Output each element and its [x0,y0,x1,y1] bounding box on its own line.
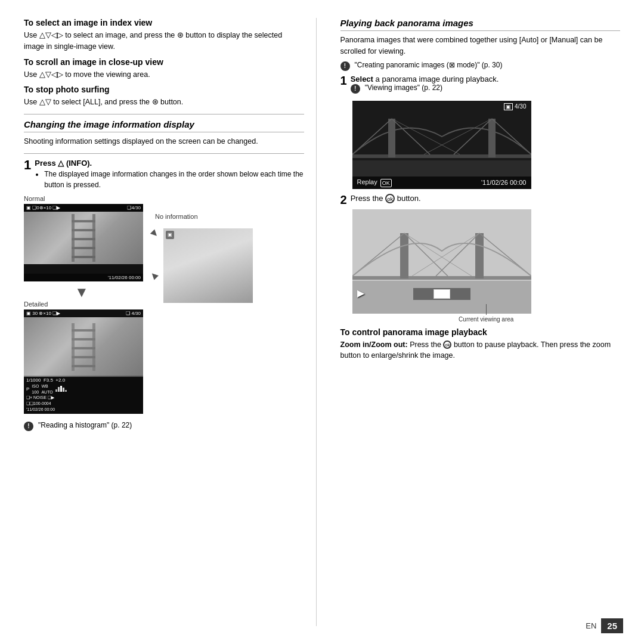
note-icon-2: ! [351,84,360,94]
detail-date: '11/02/26 00:00 [26,407,141,413]
screen-normal-top-right: ❑4/30 [127,205,141,210]
panorama-screen1-container: ▣ 4/30 Replay OK '11/02/26 00:00 [352,101,621,189]
screen-normal: ▣ ❑0⊗×10 ❑▶ ❑4/30 [24,204,143,281]
detail-line1: 1/1000 F3.5 +2.0 [26,377,141,383]
svg-rect-34 [475,233,484,278]
svg-rect-13 [72,365,95,367]
right-main-title: Playing back panorama images [340,18,621,31]
ladder-svg [69,214,98,262]
svg-rect-4 [72,238,95,240]
step1-number: 1 [24,159,31,172]
right-step2-block: 2 Press the ok button. [340,194,621,206]
ok-box: OK [380,179,392,187]
right-note1: ! "Creating panoramic images (⊠ mode)" (… [340,61,621,71]
arrow-up-right-icon: ▼ [146,225,162,242]
step1-label: Press △ (INFO). [35,159,304,168]
right-note1-text: "Creating panoramic images (⊠ mode)" (p.… [355,61,503,69]
reading-histogram-text: "Reading a histogram" (p. 22) [38,421,132,429]
section-stop-surfing-title: To stop photo surfing [24,85,304,94]
detail-top-left: ▣ 30 ⊗×10 ❑▶ [26,311,60,316]
bridge-dark-bg [352,101,531,189]
right-intro: Panorama images that were combined toget… [340,35,621,57]
right-step2-press: Press the [351,194,386,203]
right-step1-note-text: "Viewing images" (p. 22) [365,83,442,92]
panorama-screen1: ▣ 4/30 Replay OK '11/02/26 00:00 [352,101,531,189]
svg-rect-32 [352,276,531,280]
replay-label: Replay OK [357,178,392,187]
step1-block: 1 Press △ (INFO). The displayed image in… [24,159,304,190]
svg-rect-12 [72,356,95,358]
section-stop-surfing-body: Use △▽ to select [ALL], and press the ⊛ … [24,97,304,108]
section-close-up-title: To scroll an image in close-up view [24,57,304,67]
svg-rect-23 [488,119,496,157]
noinfo-icon-symbol: ▣ [168,232,172,237]
detail-hist [55,385,67,394]
divider [24,114,304,114]
right-step1-block: 1 Select a panorama image during playbac… [340,75,621,97]
svg-rect-2 [72,220,95,222]
divider2 [24,153,304,154]
counter-icon: ▣ [504,103,513,110]
page: To select an image in index view Use △▽◁… [0,0,644,644]
thumbnail-strip [413,287,471,301]
detail-p: P [26,386,29,392]
section-stop-surfing: To stop photo surfing Use △▽ to select [… [24,85,304,108]
thumb1 [416,289,432,299]
screens-col-left: Normal ▣ ❑0⊗×10 ❑▶ ❑4/30 [24,195,143,417]
arrow-down-icon: ▼ [75,285,143,299]
section-change-display-title: Changing the image information display [24,119,304,132]
screen-no-info: ▣ [163,228,253,303]
current-area-label: Current viewing area [352,316,621,323]
right-step1-select-rest: a panorama image during playback. [376,75,499,83]
detail-iso: ISO100 [32,383,39,395]
svg-rect-9 [72,329,95,332]
right-step2-content: Press the ok button. [351,194,421,204]
svg-rect-3 [72,229,95,231]
arrows-col: ▼ ▼ [149,227,160,282]
section-control-title: To control panorama image playback [340,327,621,337]
ok-circle-icon: ok [385,194,395,203]
panorama-screen2-container: ▶ [352,209,621,314]
screen1-date: '11/02/26 00:00 [481,179,527,186]
screen-normal-top: ▣ ❑0⊗×10 ❑▶ ❑4/30 [24,204,143,212]
replay-bar: Replay OK '11/02/26 00:00 [352,177,531,188]
play-indicator: ▶ [357,287,364,299]
counter-value: 4/30 [515,103,526,110]
svg-rect-14 [55,389,57,392]
section-index-view-title: To select an image in index view [24,18,304,27]
right-step2-button: button. [397,194,421,203]
detailed-screen-image [24,317,143,377]
right-step2-number: 2 [340,194,347,206]
arrow-noinfo-row: ▼ ▼ ▣ [149,222,253,306]
detail-line4: ❑❑100-0004 [26,401,141,407]
zoom-body: Press the [410,340,443,349]
left-column: To select an image in index view Use △▽◁… [24,18,317,626]
bridge-svg-dark [352,101,531,189]
right-step1-note: ! "Viewing images" (p. 22) [351,83,499,94]
detail-wb: WBAUTO [41,383,52,395]
en-label: EN [586,621,596,630]
noinfo-icon: ▣ [166,231,174,239]
section-close-up: To scroll an image in close-up view Use … [24,57,304,80]
section-close-up-body: Use △▽◁▷ to move the viewing area. [24,69,304,80]
right-step1-label: Select a panorama image during playback. [351,75,499,83]
zoom-lead: Zoom in/Zoom out: [340,340,408,349]
step1-bullet: The displayed image information changes … [44,169,304,190]
no-info-label: No information [155,213,198,220]
section-control-body: Zoom in/Zoom out: Press the ok button to… [340,339,621,362]
svg-rect-10 [72,338,95,340]
svg-rect-17 [63,388,64,392]
detail-overlay: 1/1000 F3.5 +2.0 P ISO100 WBAUTO [24,376,143,414]
svg-rect-22 [388,119,395,157]
thumb3 [451,289,468,299]
pointer-line [486,304,487,315]
svg-rect-16 [60,386,62,392]
screen-normal-bottom: '11/02/26 00:00 [24,274,143,281]
right-step2-label: Press the ok button. [351,194,421,204]
svg-rect-15 [58,387,60,392]
section-index-view: To select an image in index view Use △▽◁… [24,18,304,52]
detail-line2: P ISO100 WBAUTO [26,383,141,395]
screen-detailed-top: ▣ 30 ⊗×10 ❑▶ ❑ 4/30 [24,309,143,317]
svg-rect-5 [72,247,95,249]
screen-detailed: ▣ 30 ⊗×10 ❑▶ ❑ 4/30 [24,309,143,414]
